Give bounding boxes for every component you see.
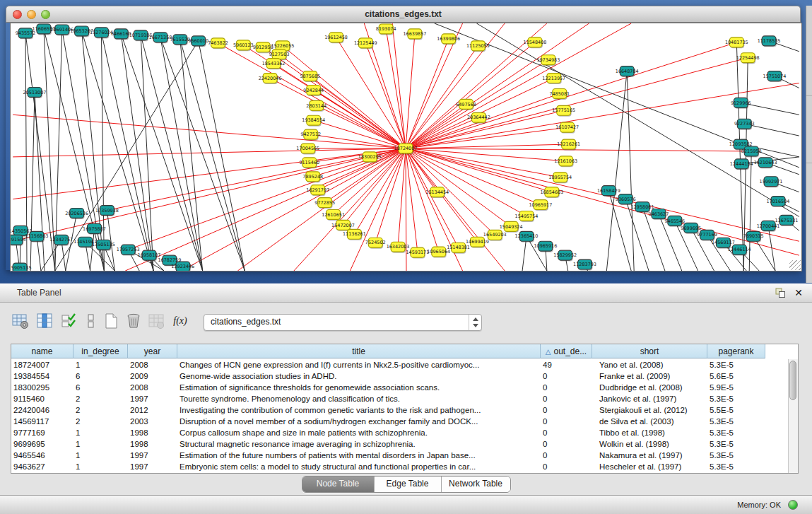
- table-row[interactable]: 977716911998Corpus callosum shape and si…: [11, 427, 788, 438]
- graph-node[interactable]: 19384554: [302, 115, 325, 126]
- column-visibility-icon[interactable]: [35, 312, 54, 330]
- graph-node[interactable]: 19734983: [536, 55, 560, 66]
- tab-node-table[interactable]: Node Table: [302, 477, 375, 492]
- graph-node[interactable]: 9391594: [11, 235, 26, 245]
- scrollbar-thumb[interactable]: [789, 361, 796, 400]
- function-builder-icon[interactable]: f(x): [171, 312, 189, 330]
- graph-node[interactable]: 11283793: [573, 259, 596, 270]
- tab-network-table[interactable]: Network Table: [442, 477, 510, 492]
- graph-node[interactable]: 7895248: [302, 172, 323, 182]
- graph-node[interactable]: 6466160: [111, 29, 131, 40]
- graph-node[interactable]: 7524502: [365, 238, 386, 248]
- graph-node[interactable]: 12125449: [354, 38, 377, 49]
- graph-node[interactable]: 12342757: [49, 235, 73, 245]
- column-header-pagerank[interactable]: pagerank: [707, 344, 765, 358]
- graph-node[interactable]: 8215958: [741, 146, 762, 157]
- graph-node[interactable]: 7485081: [549, 88, 570, 99]
- graph-node[interactable]: 17004565: [296, 144, 319, 154]
- table-row[interactable]: 969969511998Structural magnetic resonanc…: [11, 438, 788, 450]
- graph-node[interactable]: 12365410: [515, 231, 539, 242]
- graph-node[interactable]: 9129966: [731, 98, 751, 108]
- graph-node[interactable]: 20206536: [65, 209, 88, 219]
- network-window-titlebar[interactable]: citations_edges.txt: [6, 6, 801, 23]
- table-row[interactable]: 2242004622012Investigating the contribut…: [11, 404, 788, 416]
- graph-node[interactable]: 9242844: [303, 86, 324, 96]
- graph-node[interactable]: 12444154: [730, 159, 753, 170]
- graph-node[interactable]: 11125059: [466, 41, 490, 52]
- table-row[interactable]: 946362711997Embryonic stem cells: a mode…: [11, 461, 788, 472]
- graph-node[interactable]: 15276024: [90, 28, 113, 38]
- graph-node[interactable]: 10965916: [534, 241, 557, 252]
- graph-node[interactable]: 9115460: [299, 158, 319, 168]
- graph-node[interactable]: 19612458: [324, 33, 348, 43]
- graph-node[interactable]: 9227343: [734, 119, 755, 129]
- graph-node[interactable]: 9772855: [314, 198, 335, 209]
- graph-node[interactable]: 16210643: [754, 158, 777, 168]
- graph-node[interactable]: 2803144: [306, 100, 326, 111]
- graph-node[interactable]: 20364442: [467, 112, 490, 123]
- graph-node[interactable]: 15829952: [553, 250, 577, 261]
- graph-node[interactable]: 12213957: [542, 74, 565, 84]
- graph-node[interactable]: 16648784: [616, 66, 639, 77]
- graph-node[interactable]: 6497568: [456, 99, 476, 110]
- graph-node[interactable]: 16639857: [403, 29, 426, 40]
- graph-node[interactable]: 9560010: [188, 36, 208, 47]
- graph-node[interactable]: 12446114: [728, 245, 751, 255]
- graph-node[interactable]: 7615520: [170, 35, 190, 45]
- graph-node[interactable]: 12254498: [736, 53, 760, 64]
- graph-node[interactable]: 11178535: [758, 36, 781, 47]
- graph-node[interactable]: 15134454: [425, 187, 449, 198]
- graph-node[interactable]: 11136261: [343, 229, 366, 240]
- table-row[interactable]: 1830029562008Estimation of significance …: [11, 382, 788, 393]
- graph-node[interactable]: 16291797: [306, 185, 329, 196]
- graph-node[interactable]: 15495754: [515, 211, 539, 221]
- column-header-short[interactable]: short: [592, 344, 707, 358]
- graph-node[interactable]: 16399806: [437, 34, 460, 45]
- close-panel-icon[interactable]: ✕: [792, 286, 805, 299]
- graph-node[interactable]: 18955754: [548, 173, 572, 183]
- column-header-title[interactable]: title: [177, 344, 541, 358]
- graph-node[interactable]: 15775165: [552, 105, 575, 116]
- graph-node[interactable]: 10965917: [529, 200, 552, 211]
- graph-node[interactable]: 16158429: [597, 186, 620, 197]
- table-scrollbar[interactable]: [788, 359, 798, 473]
- table-row[interactable]: 1938455462009Genome-wide association stu…: [11, 370, 788, 382]
- graph-node[interactable]: 10481735: [725, 37, 748, 48]
- citation-network-graph[interactable]: 1872400794355721160655120691406106532671…: [11, 23, 801, 271]
- table-row[interactable]: 946554611997Estimation of the future num…: [11, 450, 788, 461]
- network-canvas[interactable]: 1872400794355721160655120691406106532671…: [10, 23, 802, 271]
- graph-node[interactable]: 16107427: [555, 122, 579, 133]
- table-row[interactable]: 1456911722003Disruption of a novel membe…: [11, 416, 788, 427]
- column-header-year[interactable]: year: [128, 344, 177, 358]
- graph-node[interactable]: 5960123: [233, 40, 254, 51]
- graph-node[interactable]: 20513007: [23, 87, 47, 98]
- graph-node[interactable]: 5875685: [300, 71, 320, 82]
- tab-edge-table[interactable]: Edge Table: [375, 477, 442, 492]
- delete-table-icon[interactable]: [124, 312, 143, 330]
- table-settings-icon[interactable]: [11, 312, 30, 330]
- graph-node[interactable]: 17957253: [117, 245, 140, 255]
- graph-node[interactable]: 13216261: [557, 139, 580, 150]
- table-row[interactable]: 1872400712008Changes of HCN gene express…: [11, 359, 788, 370]
- graph-node[interactable]: 12161063: [554, 156, 577, 167]
- resize-grip[interactable]: [789, 260, 801, 270]
- column-header-out_degree[interactable]: △out_de...: [541, 344, 592, 358]
- graph-node[interactable]: 16854603: [540, 187, 563, 198]
- graph-node[interactable]: 16975887: [83, 223, 106, 234]
- graph-node[interactable]: 15905135: [11, 263, 32, 271]
- table-row[interactable]: 911546021997Tourette syndrome. Phenomeno…: [11, 393, 788, 404]
- graph-node[interactable]: 9427512: [300, 129, 321, 140]
- graph-node[interactable]: 16671358: [149, 33, 172, 43]
- select-rows-icon[interactable]: [59, 312, 78, 330]
- column-header-name[interactable]: name: [11, 344, 73, 358]
- graph-node[interactable]: 7463822: [208, 38, 228, 49]
- graph-node[interactable]: 8193074: [376, 24, 396, 35]
- graph-node[interactable]: 11548408: [524, 37, 547, 48]
- new-table-icon[interactable]: [102, 312, 120, 330]
- graph-node[interactable]: 15751074: [763, 71, 787, 82]
- table-selector-dropdown[interactable]: citations_edges.txt: [204, 314, 482, 331]
- graph-node[interactable]: 10965064: [427, 247, 450, 257]
- graph-node[interactable]: 15049324: [500, 221, 523, 232]
- float-panel-icon[interactable]: [774, 286, 787, 299]
- column-header-in_degree[interactable]: in_degree: [73, 344, 128, 358]
